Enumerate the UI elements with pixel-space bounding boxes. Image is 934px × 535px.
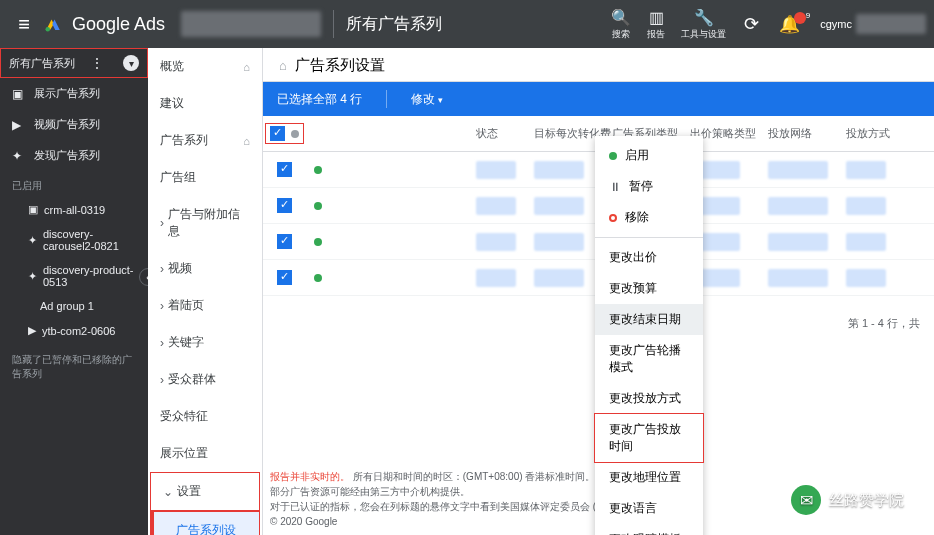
account-selector[interactable]: [181, 11, 321, 37]
wechat-icon: ✉: [791, 485, 821, 515]
menu-change-lang[interactable]: 更改语言: [595, 493, 703, 524]
user-label: cgymc: [820, 18, 852, 30]
menu-change-rotation[interactable]: 更改广告轮播模式: [595, 335, 703, 383]
watermark: ✉ 丝路赞学院: [791, 485, 904, 515]
menu-change-schedule[interactable]: 更改广告投放时间: [595, 414, 703, 462]
selection-bar: 已选择全部 4 行 修改: [263, 82, 934, 116]
row-checkbox[interactable]: [277, 234, 292, 249]
enabled-label: 已启用: [0, 171, 148, 197]
menu-remove[interactable]: 移除: [595, 202, 703, 233]
enable-icon: [609, 152, 617, 160]
campaign-item[interactable]: ✦discovery-carousel2-0821: [0, 222, 148, 258]
nav-demographics[interactable]: 受众特征: [148, 398, 262, 435]
home-icon: ⌂: [243, 135, 250, 147]
status-dot-icon: [314, 202, 322, 210]
menu-change-budget[interactable]: 更改预算: [595, 273, 703, 304]
refresh-button[interactable]: ⟳: [744, 13, 759, 35]
selection-count: 已选择全部 4 行: [277, 91, 362, 108]
secondary-nav: 概览⌂ 建议 广告系列⌂ 广告组 广告与附加信息 视频 着陆页 关键字 受众群体…: [148, 48, 263, 535]
nav-adgroups[interactable]: 广告组: [148, 159, 262, 196]
all-campaigns-row[interactable]: 所有广告系列 ⋮ ▾: [0, 48, 148, 78]
nav-campaign-settings[interactable]: 广告系列设置: [151, 512, 259, 535]
nav-audiences[interactable]: 受众群体: [148, 361, 262, 398]
nav-extensions[interactable]: 广告与附加信息: [148, 196, 262, 250]
video-icon: ▶: [12, 118, 26, 132]
notifications-button[interactable]: 🔔9: [779, 14, 800, 35]
google-ads-logo: Google Ads: [44, 14, 165, 35]
chart-icon: ▥: [649, 8, 664, 27]
nav-discovery[interactable]: ✦发现广告系列: [0, 140, 148, 171]
campaign-item[interactable]: ▣crm-all-0319: [0, 197, 148, 222]
nav-video[interactable]: ▶视频广告系列: [0, 109, 148, 140]
content-title: 广告系列设置: [295, 56, 385, 75]
col-status[interactable]: 状态: [476, 126, 535, 141]
remove-icon: [609, 214, 617, 222]
hidden-note: 隐藏了已暂停和已移除的广告系列: [0, 343, 148, 391]
menu-change-bid[interactable]: 更改出价: [595, 242, 703, 273]
search-button[interactable]: 🔍搜索: [611, 8, 631, 41]
menu-change-tracking[interactable]: 更改跟踪模板: [595, 524, 703, 535]
select-all-checkbox[interactable]: [270, 126, 285, 141]
status-dot-icon: [314, 274, 322, 282]
row-checkbox[interactable]: [277, 270, 292, 285]
discovery-icon: ✦: [12, 149, 26, 163]
tools-button[interactable]: 🔧工具与设置: [681, 8, 726, 41]
pause-icon: ⏸: [609, 180, 621, 194]
search-icon: 🔍: [611, 8, 631, 27]
col-networks[interactable]: 投放网络: [768, 126, 846, 141]
status-dot-icon: [314, 238, 322, 246]
nav-overview[interactable]: 概览⌂: [148, 48, 262, 85]
menu-change-end[interactable]: 更改结束日期: [595, 304, 703, 335]
reports-button[interactable]: ▥报告: [647, 8, 665, 41]
menu-change-geo[interactable]: 更改地理位置: [595, 462, 703, 493]
home-icon[interactable]: ⌂: [279, 58, 287, 73]
display-icon: ▣: [28, 203, 38, 216]
adgroup-item[interactable]: Ad group 1: [0, 294, 148, 318]
nav-settings[interactable]: 设置: [151, 473, 259, 510]
row-checkbox[interactable]: [277, 162, 292, 177]
user-menu[interactable]: [856, 14, 926, 34]
discovery-icon: ✦: [28, 270, 37, 283]
campaign-item[interactable]: ▶ytb-com2-0606: [0, 318, 148, 343]
product-name: Google Ads: [72, 14, 165, 35]
status-dot-icon: [314, 166, 322, 174]
ads-logo-icon: [44, 15, 62, 33]
more-icon[interactable]: ⋮: [90, 55, 104, 71]
nav-placements[interactable]: 展示位置: [148, 435, 262, 472]
campaign-item[interactable]: ✦discovery-product-0513: [0, 258, 148, 294]
modify-menu: 启用 ⏸暂停 移除 更改出价 更改预算 更改结束日期 更改广告轮播模式 更改投放…: [595, 136, 703, 535]
nav-display[interactable]: ▣展示广告系列: [0, 78, 148, 109]
pagination: 第 1 - 4 行，共: [848, 316, 920, 331]
modify-dropdown[interactable]: 修改: [411, 91, 443, 108]
menu-change-delivery[interactable]: 更改投放方式: [595, 383, 703, 414]
discovery-icon: ✦: [28, 234, 37, 247]
row-checkbox[interactable]: [277, 198, 292, 213]
main-content: ⌂ 广告系列设置 已选择全部 4 行 修改 状态 目标每次转化费 广告系列类型 …: [263, 48, 934, 535]
nav-keywords[interactable]: 关键字: [148, 324, 262, 361]
wrench-icon: 🔧: [694, 8, 714, 27]
nav-suggestions[interactable]: 建议: [148, 85, 262, 122]
left-rail: 所有广告系列 ⋮ ▾ ▣展示广告系列 ▶视频广告系列 ✦发现广告系列 已启用 ▣…: [0, 48, 148, 535]
nav-campaigns[interactable]: 广告系列⌂: [148, 122, 262, 159]
svg-point-0: [46, 27, 51, 32]
divider: [333, 10, 334, 38]
video-icon: ▶: [28, 324, 36, 337]
status-dot-icon: [291, 130, 299, 138]
nav-videos[interactable]: 视频: [148, 250, 262, 287]
nav-landing[interactable]: 着陆页: [148, 287, 262, 324]
col-delivery[interactable]: 投放方式: [846, 126, 924, 141]
page-title: 所有广告系列: [346, 14, 442, 35]
hamburger-menu[interactable]: ≡: [8, 13, 40, 36]
home-icon: ⌂: [243, 61, 250, 73]
collapse-toggle[interactable]: ▾: [123, 55, 139, 71]
menu-pause[interactable]: ⏸暂停: [595, 171, 703, 202]
menu-enable[interactable]: 启用: [595, 140, 703, 171]
display-icon: ▣: [12, 87, 26, 101]
